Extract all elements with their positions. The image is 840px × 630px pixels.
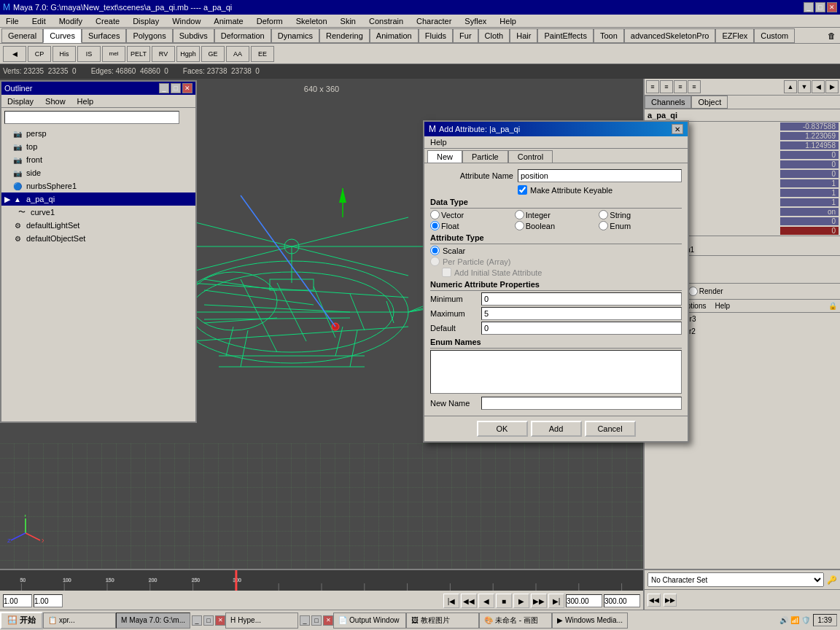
taskbar-item-maya[interactable]: M Maya 7.0: G:\m... <box>116 612 190 629</box>
tab-polygons[interactable]: Polygons <box>126 28 172 43</box>
tool-mel[interactable]: mel <box>102 46 125 62</box>
menu-help[interactable]: Help <box>497 16 519 26</box>
menu-constrain[interactable]: Constrain <box>366 16 406 26</box>
tab-dynamics[interactable]: Dynamics <box>271 28 319 43</box>
panel-icon1[interactable]: ≡ <box>646 80 659 93</box>
anim-next-button[interactable]: ▶▶ <box>664 594 677 607</box>
panel-icon4[interactable]: ≡ <box>688 80 701 93</box>
tool-ge[interactable]: GE <box>201 46 225 62</box>
outliner-item-front[interactable]: 📷 front <box>1 153 195 166</box>
taskbar-item-hype[interactable]: H Hype... <box>225 612 298 629</box>
dt-integer[interactable] <box>515 210 524 219</box>
tab-subdivs[interactable]: Subdivs <box>173 28 214 43</box>
outliner-item-side[interactable]: 📷 side <box>1 166 195 179</box>
outliner-close[interactable]: ✕ <box>182 83 192 93</box>
step-back-button[interactable]: ◀◀ <box>461 594 477 608</box>
menu-deform[interactable]: Deform <box>254 16 286 26</box>
dialog-tab-control[interactable]: Control <box>508 150 553 163</box>
menu-file[interactable]: File <box>3 16 22 26</box>
at-scalar[interactable] <box>430 246 440 255</box>
tab-custom[interactable]: Custom <box>754 28 795 43</box>
taskbar-item-media[interactable]: ▶ Windows Media... <box>552 612 628 629</box>
outliner-item-defaultlightset[interactable]: ⚙ defaultLightSet <box>1 219 195 232</box>
tab-advancedskeleton[interactable]: advancedSkeletonPro <box>624 28 716 43</box>
tool-cp[interactable]: CP <box>28 46 51 62</box>
end-range-input[interactable] <box>604 594 640 607</box>
tool-arrow[interactable]: ◀ <box>3 46 26 62</box>
tool-is[interactable]: IS <box>77 46 101 62</box>
menu-character[interactable]: Character <box>413 16 454 26</box>
taskbar-min-maya[interactable]: _ <box>192 615 202 626</box>
play-button[interactable]: ▶ <box>513 594 529 608</box>
dialog-close-button[interactable]: ✕ <box>672 124 683 134</box>
dt-float[interactable] <box>430 221 440 230</box>
outliner-item-top[interactable]: 📷 top <box>1 140 195 153</box>
ch-value-tx[interactable]: -0.837588 <box>780 122 839 131</box>
dialog-help-menu[interactable]: Help <box>427 137 450 147</box>
at-scalar-label[interactable]: Scalar <box>430 246 682 255</box>
taskbar-max-maya[interactable]: □ <box>203 615 214 626</box>
tab-channels[interactable]: Channels <box>645 96 691 109</box>
tab-hair[interactable]: Hair <box>510 28 537 43</box>
tab-deformation[interactable]: Deformation <box>214 28 271 43</box>
minimize-button[interactable]: _ <box>804 2 814 12</box>
ch-value-sy[interactable]: 1 <box>780 189 839 197</box>
default-input[interactable] <box>481 322 682 335</box>
panel-icon6[interactable]: ▼ <box>798 80 811 93</box>
render-radio[interactable] <box>688 287 698 296</box>
outliner-minimize[interactable]: _ <box>159 83 169 93</box>
menu-window[interactable]: Window <box>169 16 203 26</box>
dt-vector-label[interactable]: Vector <box>430 210 513 219</box>
key-icon[interactable]: 🔑 <box>827 575 837 585</box>
range-start-input[interactable] <box>3 594 32 607</box>
menu-create[interactable]: Create <box>93 16 122 26</box>
dt-enum[interactable] <box>599 221 608 230</box>
tab-fluids[interactable]: Fluids <box>419 28 453 43</box>
dialog-tab-new[interactable]: New <box>427 150 462 163</box>
outliner-item-defaultobjectset[interactable]: ⚙ defaultObjectSet <box>1 232 195 245</box>
taskbar-item-jiaocheng[interactable]: 🖼 教程图片 <box>406 612 479 629</box>
ok-button[interactable]: OK <box>477 421 528 437</box>
dt-integer-label[interactable]: Integer <box>515 210 598 219</box>
menu-skeleton[interactable]: Skeleton <box>293 16 330 26</box>
dt-vector[interactable] <box>430 210 440 219</box>
timeline-ruler[interactable]: 50 100 150 200 250 300 <box>0 570 643 591</box>
stop-button[interactable]: ■ <box>496 594 512 608</box>
ch-value-jiyi[interactable]: 0 <box>780 217 839 225</box>
make-keyable-checkbox[interactable] <box>518 185 527 195</box>
char-set-select[interactable]: No Character Set <box>648 572 824 587</box>
ch-value-sx[interactable]: 1 <box>780 179 839 187</box>
trash-icon[interactable]: 🗑 <box>825 31 839 40</box>
tab-object[interactable]: Object <box>691 96 728 109</box>
taskbar-close-maya[interactable]: ✕ <box>215 615 225 626</box>
outliner-item-apaqi[interactable]: ▶ ▲ a_pa_qi <box>1 192 195 206</box>
taskbar-close-hype[interactable]: ✕ <box>323 615 333 626</box>
taskbar-item-paint[interactable]: 🎨 未命名 - 画图 <box>479 612 552 629</box>
goto-start-button[interactable]: |◀ <box>443 594 459 608</box>
panel-icon2[interactable]: ≡ <box>660 80 673 93</box>
attr-name-input[interactable] <box>518 169 682 182</box>
tab-ezflex[interactable]: EZFlex <box>715 28 754 43</box>
dialog-tab-particle[interactable]: Particle <box>462 150 508 163</box>
tab-rendering[interactable]: Rendering <box>319 28 370 43</box>
outliner-show-menu[interactable]: Show <box>42 96 69 106</box>
start-button[interactable]: 🪟 开始 <box>0 612 43 629</box>
tool-aa[interactable]: AA <box>226 46 249 62</box>
tool-hgph[interactable]: Hgph <box>176 46 200 62</box>
enum-names-textarea[interactable] <box>430 350 682 394</box>
ch-value-vis[interactable]: on <box>780 208 839 216</box>
outliner-item-persp[interactable]: 📷 persp <box>1 127 195 140</box>
menu-syflex[interactable]: Syflex <box>462 16 489 26</box>
panel-icon5[interactable]: ▲ <box>784 80 797 93</box>
outliner-item-nurbssphere[interactable]: 🔵 nurbsSphere1 <box>1 179 195 192</box>
tab-fur[interactable]: Fur <box>453 28 478 43</box>
layers-icon[interactable]: 🔒 <box>828 302 837 310</box>
step-forward-button[interactable]: ▶▶ <box>531 594 547 608</box>
tab-curves[interactable]: Curves <box>43 28 82 43</box>
tab-general[interactable]: General <box>1 28 43 43</box>
tool-pelt[interactable]: PELT <box>127 46 150 62</box>
dt-boolean[interactable] <box>515 221 524 230</box>
ch-value-rz[interactable]: 0 <box>780 170 839 178</box>
panel-icon7[interactable]: ◀ <box>812 80 825 93</box>
dt-enum-label[interactable]: Enum <box>599 221 682 230</box>
